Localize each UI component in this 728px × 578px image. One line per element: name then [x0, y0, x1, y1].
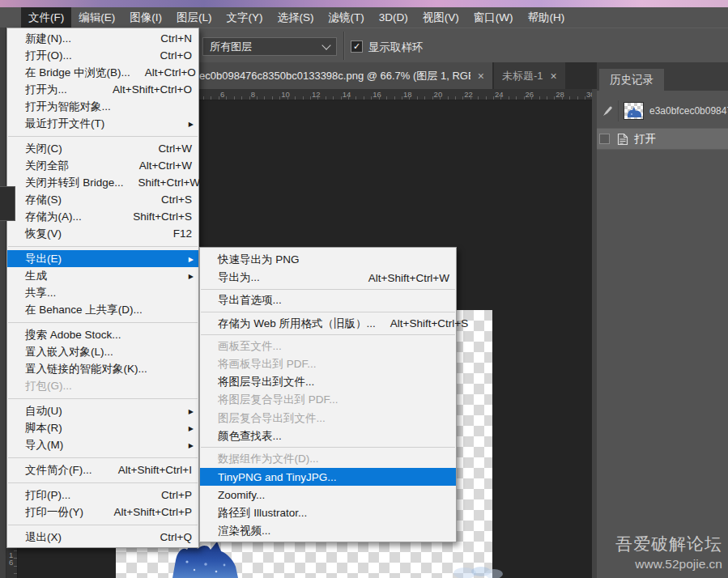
history-brush-icon[interactable] — [600, 100, 619, 121]
export-menu-item[interactable]: 将画板导出到 PDF... ▶ — [200, 355, 456, 373]
menu-item-label: 脚本(R) — [25, 421, 62, 436]
export-menu-item[interactable]: 路径到 Illustrator... ▶ — [200, 504, 456, 521]
file-menu-item[interactable]: ▶ — [7, 453, 198, 461]
file-menu-item[interactable]: 打包(G)... ▶ — [7, 377, 198, 394]
export-menu-item[interactable]: Zoomify... ▶ — [200, 486, 456, 504]
ruler-number: 8 — [251, 90, 282, 99]
menubar-item[interactable]: 帮助(H) — [520, 7, 572, 28]
file-menu-item[interactable]: 置入链接的智能对象(K)... ▶ — [7, 360, 198, 377]
history-state-row[interactable]: 打开 — [597, 128, 728, 150]
document-tab-active[interactable]: ec0b098476c8350bc0133398c.png @ 66.7% (图… — [191, 62, 492, 89]
menubar-item[interactable]: 文件(F) — [21, 7, 71, 28]
menu-item-label: 打开(O)... — [25, 49, 72, 63]
file-menu-item[interactable]: 关闭(C) Ctrl+W ▶ — [7, 140, 198, 157]
menubar-item[interactable]: 窗口(W) — [466, 7, 521, 28]
file-menu-item[interactable]: 打印一份(Y) Alt+Shift+Ctrl+P ▶ — [7, 504, 198, 521]
ruler-number: 22 — [464, 90, 495, 99]
submenu-arrow-icon: ▶ — [189, 424, 194, 431]
export-menu-item[interactable]: 将图层复合导出到 PDF... ▶ — [200, 391, 456, 409]
menu-item-label: 快速导出为 PNG — [218, 253, 300, 267]
export-menu-item[interactable]: 渲染视频... ▶ — [200, 522, 456, 540]
panel-edge-tab[interactable] — [0, 186, 15, 221]
export-menu-item[interactable]: 快速导出为 PNG ▶ — [200, 251, 456, 269]
menu-item-shortcut: Ctrl+W — [143, 142, 192, 155]
menubar-item[interactable]: 图像(I) — [122, 7, 169, 28]
export-menu-item[interactable]: 画板至文件... ▶ — [200, 338, 456, 355]
file-menu-item[interactable]: 生成 ▶ — [7, 267, 198, 284]
menu-item-label: 文件简介(F)... — [25, 463, 92, 478]
close-icon[interactable]: × — [551, 70, 557, 82]
menu-item-label: 打包(G)... — [25, 379, 72, 393]
menubar-item[interactable]: 编辑(E) — [71, 7, 122, 28]
export-menu-item[interactable]: 将图层导出到文件... ▶ — [200, 373, 456, 391]
menubar-item[interactable]: 滤镜(T) — [321, 7, 372, 28]
file-menu-item[interactable]: 文件简介(F)... Alt+Shift+Ctrl+I ▶ — [7, 461, 198, 478]
menu-item-label: 关闭并转到 Bridge... — [25, 176, 124, 190]
export-menu-item[interactable]: TinyPNG and TinyJPG... ▶ — [200, 468, 456, 486]
file-menu-item[interactable]: ▶ — [7, 242, 198, 250]
sampling-ring-checkbox[interactable]: ✓ — [351, 40, 363, 53]
file-menu-item[interactable]: 存储为(A)... Shift+Ctrl+S ▶ — [7, 208, 198, 225]
file-menu-item[interactable]: 打开为智能对象... ▶ — [7, 98, 198, 115]
menu-item-label: TinyPNG and TinyJPG... — [218, 471, 337, 483]
file-menu-item[interactable]: ▶ — [7, 318, 198, 326]
file-menu-item[interactable]: ▶ — [7, 132, 198, 140]
history-state-checkbox[interactable] — [599, 134, 610, 144]
file-menu-item[interactable]: ▶ — [7, 521, 198, 529]
export-menu-item[interactable]: 数据组作为文件(D)... ▶ — [200, 450, 456, 468]
file-menu-item[interactable]: 打开为... Alt+Shift+Ctrl+O ▶ — [7, 81, 198, 98]
file-menu-item[interactable]: 在 Bridge 中浏览(B)... Alt+Ctrl+O ▶ — [7, 64, 198, 81]
menu-item-label: 退出(X) — [25, 530, 62, 545]
menubar-item[interactable]: 文字(Y) — [219, 7, 270, 28]
ruler-number: 14 — [343, 90, 373, 99]
menu-item-label: 新建(N)... — [25, 32, 71, 46]
export-menu-item[interactable]: 导出首选项... ▶ — [200, 291, 456, 309]
menubar-item[interactable]: 3D(D) — [372, 7, 415, 28]
menu-item-label: 置入链接的智能对象(K)... — [25, 362, 147, 376]
file-menu-item[interactable]: 搜索 Adobe Stock... ▶ — [7, 326, 198, 343]
menu-item-label: 自动(U) — [25, 404, 62, 419]
export-menu-item[interactable]: 颜色查找表... ▶ — [200, 427, 456, 445]
menu-item-label: 数据组作为文件(D)... — [218, 452, 319, 466]
export-menu-item[interactable]: 导出为... Alt+Shift+Ctrl+W ▶ — [200, 269, 456, 287]
tab-history[interactable]: 历史记录 — [599, 69, 664, 91]
ruler-number: 20 — [434, 90, 465, 99]
file-menu-item[interactable]: 打开(O)... Ctrl+O ▶ — [7, 47, 198, 64]
file-menu-item[interactable]: 新建(N)... Ctrl+N ▶ — [7, 30, 198, 47]
export-menu-item[interactable]: 图层复合导出到文件... ▶ — [200, 410, 456, 427]
document-tab-inactive[interactable]: 未标题-1 × — [494, 62, 565, 89]
menu-item-shortcut: F12 — [159, 227, 192, 240]
file-menu-item[interactable]: ▶ — [7, 394, 198, 402]
menubar-item[interactable]: 图层(L) — [169, 7, 219, 28]
file-menu-item[interactable]: 关闭并转到 Bridge... Shift+Ctrl+W ▶ — [7, 174, 198, 191]
file-menu-item[interactable]: 脚本(R) ▶ — [7, 419, 198, 436]
file-menu-item[interactable]: 存储(S) Ctrl+S ▶ — [7, 191, 198, 208]
file-menu-item[interactable]: 最近打开文件(T) ▶ — [7, 115, 198, 132]
file-menu-item[interactable]: 打印(P)... Ctrl+P ▶ — [7, 487, 198, 504]
menubar-item[interactable]: 选择(S) — [270, 7, 321, 28]
file-menu-item[interactable]: 导出(E) ▶ — [7, 250, 198, 267]
menu-item-label: 最近打开文件(T) — [25, 117, 104, 131]
file-menu-item[interactable]: 退出(X) Ctrl+Q ▶ — [7, 529, 198, 546]
menubar-item[interactable]: 视图(V) — [415, 7, 466, 28]
menu-item-label: 渲染视频... — [218, 524, 270, 538]
menubar: 文件(F) 编辑(E) 图像(I) 图层(L) 文字(Y) 选择(S) 滤镜(T… — [0, 7, 728, 28]
file-menu-item[interactable]: 自动(U) ▶ — [7, 402, 198, 419]
file-menu-item[interactable]: 导入(M) ▶ — [7, 436, 198, 453]
history-snapshot-row[interactable]: e3a0bfcec0b098476c — [597, 97, 728, 124]
menu-item-shortcut: Alt+Shift+Ctrl+O — [98, 83, 192, 96]
ruler-number: 6 — [220, 90, 251, 99]
document-icon — [617, 133, 628, 146]
menu-item-shortcut: Ctrl+O — [146, 49, 192, 62]
menu-item-label: 导出(E) — [25, 252, 62, 266]
file-menu-item[interactable]: 置入嵌入对象(L)... ▶ — [7, 343, 198, 360]
file-menu-item[interactable]: ▶ — [7, 478, 198, 487]
file-menu-item[interactable]: 关闭全部 Alt+Ctrl+W ▶ — [7, 157, 198, 174]
file-menu-item[interactable]: 共享... ▶ — [7, 284, 198, 301]
file-menu-item[interactable]: 恢复(V) F12 ▶ — [7, 225, 198, 242]
close-icon[interactable]: × — [478, 70, 484, 82]
layers-filter-dropdown[interactable]: 所有图层 — [202, 37, 337, 56]
file-menu-item[interactable]: 在 Behance 上共享(D)... ▶ — [7, 301, 198, 318]
export-menu-item[interactable]: 存储为 Web 所用格式（旧版）... Alt+Shift+Ctrl+S ▶ — [200, 315, 456, 333]
checkmark-icon: ✓ — [353, 41, 360, 51]
